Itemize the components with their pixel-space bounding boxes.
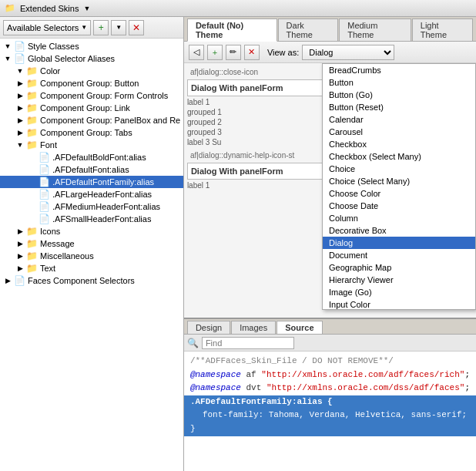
add-rt-icon: + (213, 48, 217, 57)
tree-node-icon: 📁 (26, 140, 38, 150)
tree-item[interactable]: 📄.AFDefaultFont:alias (0, 163, 183, 176)
dropdown-item[interactable]: Button (Go) (323, 89, 475, 101)
dropdown-item[interactable]: Choice (Select Many) (323, 175, 475, 187)
tree-item[interactable]: 📄.AFDefaultFontFamily:alias (0, 176, 183, 188)
dropdown-item[interactable]: Image (Go) (323, 286, 475, 298)
tree-item[interactable]: 📄.AFMediumHeaderFont:alias (0, 200, 183, 213)
tree-node-label: Component Group: Button (40, 79, 139, 88)
tree-node-label: Faces Component Selectors (28, 276, 135, 285)
right-tab[interactable]: Light Theme (412, 19, 473, 41)
dropdown-item[interactable]: Checkbox (323, 138, 475, 150)
tree-toggle[interactable]: ▼ (14, 67, 26, 75)
tree-toggle[interactable]: ▶ (14, 79, 26, 87)
dropdown-item[interactable]: Choose Date (323, 200, 475, 212)
dropdown-item[interactable]: Choice (323, 163, 475, 175)
tree-toggle[interactable]: ▶ (14, 264, 26, 272)
tree-item[interactable]: ▶📁Component Group: Tabs (0, 126, 183, 139)
search-input[interactable] (202, 337, 294, 349)
tree-toggle[interactable]: ▼ (2, 55, 14, 62)
dropdown-item[interactable]: Calendar (323, 113, 475, 126)
tree-area: ▼📄Style Classes▼📄Global Selector Aliases… (0, 39, 183, 471)
tree-node-label: Message (40, 239, 75, 248)
bottom-tab[interactable]: Images (231, 321, 276, 334)
dropdown-item[interactable]: Button (323, 76, 475, 89)
dropdown-item[interactable]: BreadCrumbs (323, 64, 475, 76)
tree-toggle[interactable]: ▶ (14, 240, 26, 247)
dropdown-item[interactable]: Checkbox (Select Many) (323, 150, 475, 163)
tree-node-icon: 📄 (14, 41, 25, 52)
tree-item[interactable]: 📄.AFSmallHeaderFont:alias (0, 213, 183, 225)
right-tab[interactable]: Medium Theme (339, 19, 411, 41)
dropdown-item[interactable]: Column (323, 212, 475, 224)
right-tab[interactable]: Default (No) Theme (187, 19, 277, 42)
tree-node-icon: 📄 (39, 164, 50, 175)
tree-node-icon: 📁 (26, 66, 38, 76)
tree-item[interactable]: ▼📄Global Selector Aliases (0, 52, 183, 65)
title-dropdown[interactable]: ▼ (83, 5, 90, 12)
dropdown-item[interactable]: Input Color (323, 298, 475, 310)
tree-node-label: Style Classes (28, 42, 79, 51)
tree-toggle[interactable]: ▶ (14, 252, 26, 260)
tree-item[interactable]: 📄.AFDefaultBoldFont:alias (0, 151, 183, 163)
tree-toggle[interactable]: ▶ (2, 277, 14, 284)
bottom-tab[interactable]: Design (187, 321, 230, 334)
dynamic-help-label: af|dialog::dynamic-help-icon-st (190, 151, 294, 160)
tree-item[interactable]: ▶📁Miscellaneous (0, 250, 183, 262)
nav-back-button[interactable]: ◁ (189, 45, 204, 60)
delete-rt-button[interactable]: ✕ (244, 45, 260, 60)
tree-toggle[interactable]: ▶ (14, 129, 26, 136)
tree-item[interactable]: ▼📄Style Classes (0, 40, 183, 52)
tree-toggle[interactable]: ▶ (14, 92, 26, 99)
selector-dropdown[interactable]: Available Selectors ▼ (3, 20, 91, 35)
dropdown-item[interactable]: Carousel (323, 126, 475, 138)
dropdown-item[interactable]: Button (Reset) (323, 101, 475, 113)
tree-toggle[interactable]: ▼ (14, 141, 26, 149)
tree-item[interactable]: ▶📁Text (0, 262, 183, 274)
tree-item[interactable]: ▼📁Color (0, 65, 183, 77)
tree-node-icon: 📁 (26, 103, 38, 113)
tree-item[interactable]: ▶📁Message (0, 237, 183, 250)
bottom-tab[interactable]: Source (277, 321, 322, 334)
view-as-label: View as: (267, 48, 299, 57)
delete-button[interactable]: ✕ (129, 20, 144, 35)
dropdown-item[interactable]: Dialog (323, 237, 475, 249)
code-line: @namespace af "http://xmlns.oracle.com/a… (190, 368, 470, 382)
tree-node-label: .AFLargeHeaderFont:alias (52, 190, 152, 199)
tree-toggle[interactable]: ▶ (14, 116, 26, 124)
grouped-3: grouped 3 (187, 128, 222, 136)
tree-node-icon: 📄 (39, 189, 50, 200)
tree-item[interactable]: ▶📄Faces Component Selectors (0, 274, 183, 287)
add-rt-button[interactable]: + (207, 45, 223, 60)
view-as-select[interactable]: BreadCrumbsButtonButton (Go)Button (Rese… (302, 45, 394, 60)
tree-node-label: Component Group: Link (40, 103, 130, 113)
tree-toggle[interactable]: ▶ (14, 104, 26, 112)
tree-node-icon: 📁 (26, 127, 38, 138)
dropdown-item[interactable]: Document (323, 249, 475, 261)
tree-item[interactable]: ▶📁Component Group: Form Controls (0, 89, 183, 102)
tree-item[interactable]: ▶📁Component Group: Button (0, 77, 183, 89)
tree-item[interactable]: ▼📁Font (0, 139, 183, 151)
dropdown-item[interactable]: Decorative Box (323, 224, 475, 237)
dropdown-add-button[interactable]: ▼ (111, 20, 126, 35)
tree-item[interactable]: 📄.AFLargeHeaderFont:alias (0, 188, 183, 200)
tree-toggle[interactable]: ▶ (14, 227, 26, 235)
title-text: Extended Skins (20, 4, 79, 13)
add-button[interactable]: + (93, 20, 109, 35)
delete-rt-icon: ✕ (248, 47, 255, 57)
dropdown-item[interactable]: Hierarchy Viewer (323, 274, 475, 286)
tree-item[interactable]: ▶📁Component Group: PanelBox and Re (0, 114, 183, 126)
right-tab[interactable]: Dark Theme (278, 19, 339, 41)
right-toolbar: ◁ + ✏ ✕ View as: BreadCrumbsButtonButton… (184, 42, 476, 63)
nav-back-icon: ◁ (193, 47, 199, 57)
title-bar: 📁 Extended Skins ▼ (0, 0, 476, 17)
tree-node-icon: 📄 (39, 214, 50, 224)
tree-item[interactable]: ▶📁Icons (0, 225, 183, 237)
tree-node-label: Text (40, 264, 55, 273)
dropdown-item[interactable]: Choose Color (323, 187, 475, 200)
edit-rt-icon: ✏ (230, 47, 236, 57)
code-line: @namespace dvt "http://xmlns.oracle.com/… (190, 382, 470, 395)
edit-rt-button[interactable]: ✏ (226, 45, 241, 60)
dropdown-item[interactable]: Geographic Map (323, 261, 475, 274)
tree-toggle[interactable]: ▼ (2, 42, 14, 50)
tree-item[interactable]: ▶📁Component Group: Link (0, 102, 183, 114)
